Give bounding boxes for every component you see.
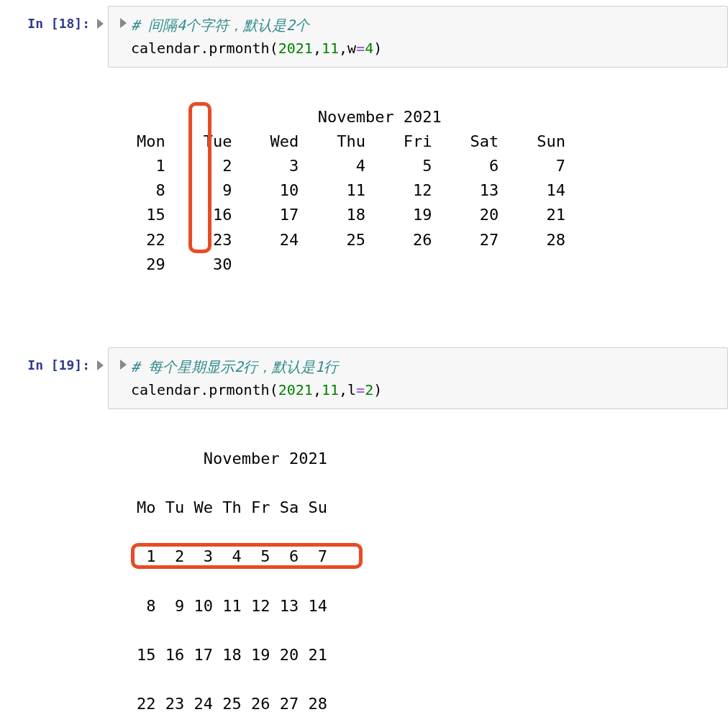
code-eq: = bbox=[356, 40, 365, 57]
code-cell-18[interactable]: In [18]: # 间隔4个字符，默认是2个 calendar.prmonth… bbox=[0, 6, 728, 68]
code-input-area[interactable]: # 间隔4个字符，默认是2个 calendar.prmonth(2021,11,… bbox=[108, 6, 728, 68]
output-area-19: November 2021 Mo Tu We Th Fr Sa Su 1 2 3… bbox=[108, 422, 728, 712]
code-eq: = bbox=[356, 381, 365, 398]
code-sep2: ,l bbox=[339, 381, 356, 398]
run-indicator-icon[interactable] bbox=[97, 360, 104, 370]
code-post: ) bbox=[373, 381, 382, 398]
run-indicator-icon[interactable] bbox=[97, 19, 104, 29]
notebook: In [18]: # 间隔4个字符，默认是2个 calendar.prmonth… bbox=[0, 6, 728, 712]
code-arg1: 2021 bbox=[278, 381, 313, 398]
prompt-label: In [18]: bbox=[27, 16, 90, 31]
code-arg2: 11 bbox=[322, 40, 339, 57]
collapse-icon[interactable] bbox=[120, 18, 127, 28]
code-comment: # 每个星期显示2行，默认是1行 bbox=[131, 358, 338, 375]
code-sep1: , bbox=[313, 381, 322, 398]
code-input-area[interactable]: # 每个星期显示2行，默认是1行 calendar.prmonth(2021,1… bbox=[108, 347, 728, 409]
code-post: ) bbox=[373, 40, 382, 57]
code-sep2: ,w bbox=[339, 40, 356, 57]
code-cell-19[interactable]: In [19]: # 每个星期显示2行，默认是1行 calendar.prmon… bbox=[0, 347, 728, 409]
output-text: November 2021 Mon Tue Wed Thu Fri Sat Su… bbox=[137, 108, 565, 273]
code-arg1: 2021 bbox=[278, 40, 313, 57]
prompt-label: In [19]: bbox=[27, 357, 90, 373]
output-text: November 2021 Mo Tu We Th Fr Sa Su 1 2 3… bbox=[137, 449, 327, 712]
code-sep1: , bbox=[313, 40, 322, 57]
output-area-18: November 2021 Mon Tue Wed Thu Fri Sat Su… bbox=[108, 81, 728, 326]
code-arg2: 11 bbox=[322, 381, 339, 398]
code-block[interactable]: # 间隔4个字符，默认是2个 calendar.prmonth(2021,11,… bbox=[131, 14, 382, 60]
code-arg3: 2 bbox=[365, 381, 373, 398]
code-call-pre: calendar.prmonth( bbox=[131, 381, 278, 398]
code-arg3: 4 bbox=[365, 40, 373, 57]
prompt-area: In [19]: bbox=[0, 347, 108, 373]
collapse-icon[interactable] bbox=[120, 360, 127, 370]
code-comment: # 间隔4个字符，默认是2个 bbox=[131, 17, 309, 34]
prompt-area: In [18]: bbox=[0, 6, 108, 31]
code-block[interactable]: # 每个星期显示2行，默认是1行 calendar.prmonth(2021,1… bbox=[131, 355, 382, 401]
code-call-pre: calendar.prmonth( bbox=[131, 40, 278, 57]
